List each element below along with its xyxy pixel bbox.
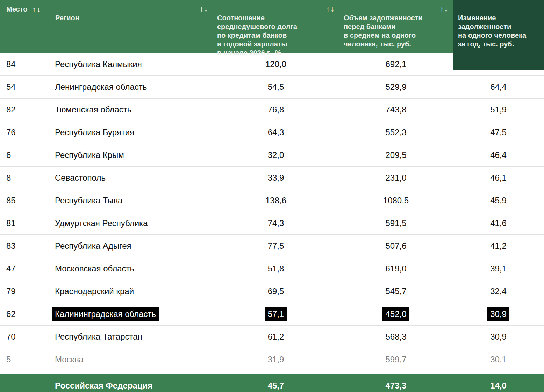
table-footer-russia: Российская Федерация 45,7 473,3 14,0	[0, 374, 544, 392]
rank-cell: 54	[0, 76, 51, 98]
ratio-cell: 54,5	[213, 76, 339, 98]
ratio-cell: 64,3	[213, 121, 339, 144]
rank-cell: 47	[0, 257, 51, 280]
ratio-cell: 138,6	[213, 189, 339, 212]
table-row: 6 Республика Крым 32,0 209,5 46,4	[0, 144, 544, 167]
ratio-value: 74,3	[268, 218, 284, 228]
rank-cell: 62	[0, 303, 51, 325]
change-value: 30,9	[487, 307, 509, 321]
ratio-cell: 69,5	[213, 280, 339, 303]
ratio-value: 61,2	[268, 332, 284, 342]
rank-cell: 81	[0, 212, 51, 234]
debt-value: 591,5	[385, 218, 406, 228]
debt-value: 529,9	[385, 82, 406, 92]
sort-arrows-icon[interactable]: ↑↓	[200, 5, 208, 13]
ratio-value: 31,9	[268, 355, 284, 364]
ratio-cell: 51,8	[213, 257, 339, 280]
table-row: 54 Ленинградская область 54,5 529,9 64,4	[0, 76, 544, 99]
change-cell: 39,1	[453, 257, 544, 280]
region-cell: Республика Бурятия	[51, 121, 213, 144]
sort-arrows-icon[interactable]: ↑↓	[440, 5, 449, 13]
debt-value: 743,8	[385, 105, 406, 115]
change-value: 32,4	[490, 286, 507, 296]
change-cell: 46,4	[453, 144, 544, 166]
ratio-value: 54,5	[268, 82, 284, 92]
rank-cell: 83	[0, 235, 51, 257]
rank-value: 81	[6, 218, 16, 228]
debt-value: 599,7	[385, 355, 406, 364]
table-row: 62 Калининградская область 57,1 452,0 30…	[0, 303, 544, 326]
rank-value: 82	[6, 105, 16, 115]
table-row: 85 Республика Тыва 138,6 1080,5 45,9	[0, 189, 544, 212]
change-cell: 45,9	[453, 189, 544, 212]
change-value: 30,1	[490, 355, 507, 364]
header-cell-place[interactable]: Место ↑↓	[0, 0, 51, 70]
region-value: Краснодарский край	[55, 286, 134, 296]
change-value: 47,5	[490, 128, 507, 137]
region-value: Калининградская область	[52, 307, 159, 321]
region-cell: Севастополь	[51, 167, 213, 189]
change-value: 46,4	[490, 150, 507, 160]
change-cell: 51,9	[453, 99, 544, 121]
change-value: 46,1	[490, 173, 507, 183]
debt-value: 507,6	[385, 241, 406, 251]
debt-cell: 552,3	[339, 121, 453, 144]
ratio-value: 69,5	[268, 286, 284, 296]
change-cell: 46,1	[453, 167, 544, 189]
rank-value: 47	[6, 264, 16, 274]
rank-value: 70	[6, 332, 16, 342]
table-row: 83 Республика Адыгея 77,5 507,6 41,2	[0, 235, 544, 257]
debt-cell: 473,3	[339, 374, 453, 392]
rank-value: 76	[6, 128, 16, 137]
ratio-cell: 57,1	[213, 303, 339, 325]
debt-value: 552,3	[385, 128, 406, 137]
header-label-place: Место	[6, 5, 27, 14]
change-value: 14,0	[490, 381, 507, 391]
region-value: Севастополь	[55, 173, 106, 183]
debt-cell: 743,8	[339, 99, 453, 121]
region-cell: Республика Татарстан	[51, 326, 213, 348]
ratio-cell: 61,2	[213, 326, 339, 348]
change-cell: 14,0	[453, 374, 544, 392]
region-cell: Республика Тыва	[51, 189, 213, 212]
debt-value: 1080,5	[383, 196, 409, 205]
header-cell-debt[interactable]: Объем задолженности перед банками в сред…	[339, 0, 453, 70]
table-row: 81 Удмуртская Республика 74,3 591,5 41,6	[0, 212, 544, 235]
header-cell-ratio[interactable]: Соотношение среднедушевого долга по кред…	[213, 0, 339, 70]
table-row: 79 Краснодарский край 69,5 545,7 32,4	[0, 280, 544, 303]
region-value: Республика Татарстан	[55, 332, 142, 342]
ratio-cell: 77,5	[213, 235, 339, 257]
debt-cell: 209,5	[339, 144, 453, 166]
change-cell: 30,9	[453, 326, 544, 348]
debt-cell: 507,6	[339, 235, 453, 257]
ratio-cell: 76,8	[213, 99, 339, 121]
region-cell: Краснодарский край	[51, 280, 213, 303]
rank-cell: 85	[0, 189, 51, 212]
debt-cell: 619,0	[339, 257, 453, 280]
rank-cell: 8	[0, 167, 51, 189]
debt-cell: 529,9	[339, 76, 453, 98]
region-cell: Московская область	[51, 257, 213, 280]
region-value: Москва	[55, 355, 84, 364]
debt-cell: 1080,5	[339, 189, 453, 212]
header-label-change: Изменение задолженности на одного челове…	[458, 14, 526, 48]
region-cell: Республика Крым	[51, 144, 213, 166]
debt-cell: 591,5	[339, 212, 453, 234]
debt-cell: 452,0	[339, 303, 453, 325]
region-value: Республика Тыва	[55, 196, 122, 205]
sort-arrows-icon[interactable]: ↑↓	[32, 5, 41, 14]
change-value: 39,1	[490, 264, 507, 274]
region-cell: Калининградская область	[51, 303, 213, 325]
change-cell: 30,1	[453, 348, 544, 371]
rank-cell: 70	[0, 326, 51, 348]
ratio-cell: 74,3	[213, 212, 339, 234]
header-cell-change: Изменение задолженности на одного челове…	[453, 0, 544, 70]
header-cell-region[interactable]: Регион ↑↓	[51, 0, 213, 70]
region-value: Республика Адыгея	[55, 241, 131, 251]
debt-cell: 599,7	[339, 348, 453, 371]
header-label-region: Регион	[55, 14, 79, 22]
region-value: Республика Бурятия	[55, 128, 134, 137]
debt-value: 545,7	[385, 286, 406, 296]
rank-value: 54	[6, 82, 16, 92]
sort-arrows-icon[interactable]: ↑↓	[326, 5, 335, 13]
